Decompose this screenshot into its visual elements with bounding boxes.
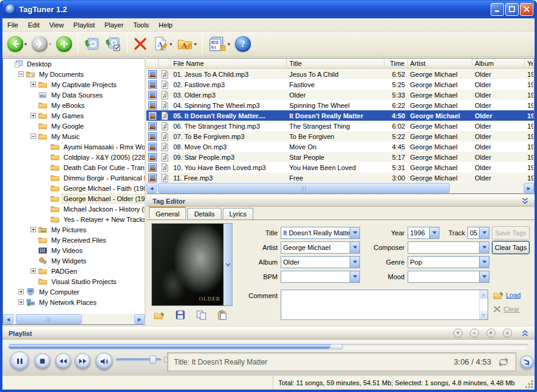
copy-art-icon[interactable]	[196, 310, 207, 320]
tree-expander-icon[interactable]: +	[31, 82, 36, 87]
save-art-icon[interactable]	[176, 310, 186, 320]
column-header-title[interactable]: Title	[287, 59, 384, 68]
tree-item[interactable]: +My Computer	[3, 287, 145, 297]
volume-slider[interactable]	[116, 358, 161, 362]
close-button[interactable]	[520, 3, 533, 16]
tree-expander-icon[interactable]: −	[18, 71, 24, 77]
menu-item-edit[interactable]: Edit	[23, 20, 45, 30]
menu-item-tools[interactable]: Tools	[128, 20, 154, 30]
scroll-down-icon[interactable]: ▼	[480, 311, 488, 319]
tree-scroll-track[interactable]	[13, 314, 134, 324]
repeat-icon[interactable]	[497, 357, 510, 367]
tree-item[interactable]: +My Captivate Projects	[3, 79, 145, 90]
tree-item[interactable]: −My Music	[3, 131, 145, 141]
tree-item[interactable]: −My Documents	[3, 69, 145, 79]
menu-item-view[interactable]: View	[45, 20, 69, 30]
seek-bar[interactable]	[9, 344, 528, 349]
up-button[interactable]	[54, 35, 74, 53]
resize-grip[interactable]	[525, 380, 533, 388]
column-header-artist[interactable]: Artist	[408, 59, 472, 68]
load-selected-button[interactable]	[103, 35, 123, 53]
tab-details[interactable]: Details	[187, 208, 222, 219]
id3-tag-button[interactable]: ID3 II-I ▾	[206, 35, 232, 54]
scroll-up-icon[interactable]: ▲	[480, 290, 488, 299]
minimize-button[interactable]	[491, 3, 504, 16]
tab-general[interactable]: General	[149, 207, 186, 218]
scroll-left-icon[interactable]: ◄	[146, 183, 157, 193]
tree-item[interactable]: +PADGen	[3, 266, 145, 276]
file-row[interactable]: 09. Star People.mp3Star People5:17George…	[146, 152, 534, 162]
tree-horizontal-scrollbar[interactable]: ◄ ►	[3, 314, 145, 324]
file-row[interactable]: 03. Older.mp3Older5:33George MichaelOlde…	[146, 90, 534, 100]
playlist-add-icon[interactable]: +	[453, 329, 463, 338]
bpm-combo[interactable]	[281, 271, 360, 283]
column-header[interactable]	[146, 59, 159, 68]
clear-art-link[interactable]: Clear	[493, 305, 519, 313]
tree-item[interactable]: My Data Sourses	[3, 90, 145, 100]
column-header[interactable]	[159, 59, 171, 68]
tree-item[interactable]: My Google	[3, 121, 145, 131]
tree-expander-icon[interactable]: +	[18, 299, 24, 305]
stop-button[interactable]	[34, 353, 51, 369]
column-header-time[interactable]: Time	[384, 59, 408, 68]
file-row[interactable]: 04. Spinning The Wheel.mp3Spinning The W…	[146, 100, 534, 110]
open-art-icon[interactable]	[154, 310, 165, 320]
album-art-scrollbar[interactable]	[223, 224, 232, 305]
tree-expander-icon[interactable]: +	[31, 227, 36, 232]
load-folder-button[interactable]	[82, 35, 101, 53]
delete-button[interactable]	[131, 35, 150, 52]
tree-expander-icon[interactable]: +	[31, 113, 36, 118]
chevron-down-icon[interactable]	[479, 227, 489, 238]
composer-combo[interactable]	[408, 241, 489, 254]
tree-item[interactable]: +My Games	[3, 110, 145, 121]
chevron-down-icon[interactable]	[479, 271, 489, 282]
scroll-right-icon[interactable]: ►	[524, 183, 534, 193]
help-button[interactable]: ?	[233, 35, 253, 53]
mood-combo[interactable]	[408, 271, 489, 283]
list-horizontal-scrollbar[interactable]: ◄ ►	[146, 183, 534, 193]
list-scroll-thumb[interactable]	[158, 183, 450, 193]
menu-item-player[interactable]: Player	[99, 20, 128, 30]
tree-item[interactable]: Yes - Relayer + New Tracks () (	[3, 214, 145, 224]
file-row[interactable]: 07. To Be Forgiven.mp3To Be Forgiven5:22…	[146, 131, 534, 141]
rename-file-button[interactable]: A ▾	[151, 35, 174, 53]
jump-to-current-button[interactable]	[520, 355, 534, 369]
file-row[interactable]: 10. You Have Been Loved.mp3You Have Been…	[146, 162, 534, 173]
rename-folder-button[interactable]: A ▾	[175, 35, 198, 53]
tree-item[interactable]: Visual Studio Projects	[3, 276, 145, 287]
album-combo[interactable]: Older	[281, 256, 360, 268]
pause-button[interactable]	[10, 351, 29, 371]
chevron-down-icon[interactable]	[429, 227, 439, 238]
collapse-double-up-icon[interactable]	[522, 330, 528, 337]
volume-button[interactable]	[95, 352, 113, 370]
file-row[interactable]: 05. It Doesn't Really Matter....It Doesn…	[146, 110, 534, 121]
comment-scrollbar[interactable]: ▲ ▼	[479, 290, 488, 319]
menu-item-file[interactable]: File	[2, 20, 23, 30]
scroll-right-icon[interactable]: ►	[134, 314, 145, 324]
tree-item[interactable]: Desktop	[3, 59, 145, 69]
chevron-down-icon[interactable]	[350, 227, 359, 238]
genre-combo[interactable]: Pop	[408, 256, 489, 268]
tab-lyrics[interactable]: Lyrics	[223, 208, 253, 219]
file-row[interactable]: 01. Jesus To A Child.mp3Jesus To A Child…	[146, 69, 534, 79]
back-button[interactable]: ▾	[5, 35, 29, 53]
scroll-left-icon[interactable]: ◄	[3, 314, 13, 324]
tree-expander-icon[interactable]: +	[31, 268, 36, 274]
tree-item[interactable]: +My Network Places	[3, 297, 145, 307]
playlist-clear-icon[interactable]: ×	[486, 329, 496, 338]
tree-item[interactable]: My Videos	[3, 245, 145, 255]
list-scroll-track[interactable]	[157, 183, 524, 193]
artist-combo[interactable]: George Michael	[281, 241, 360, 254]
column-header-file-name[interactable]: File Name	[171, 59, 287, 68]
playlist-remove-icon[interactable]: −	[470, 329, 479, 338]
save-tags-button[interactable]: Save Tags	[492, 226, 530, 240]
chevron-down-icon[interactable]	[350, 271, 359, 282]
file-row[interactable]: 06. The Strangest Thing.mp3The Strangest…	[146, 121, 534, 131]
clear-tags-button[interactable]: Clear Tags	[492, 241, 530, 254]
menu-item-playlist[interactable]: Playlist	[68, 20, 99, 30]
year-combo[interactable]: 1996	[408, 227, 439, 239]
file-row[interactable]: 11. Free.mp3Free3:00George MichaelOlder1…	[146, 173, 534, 183]
tree-item[interactable]: Michael Jackson - History (Disc	[3, 204, 145, 214]
load-art-link[interactable]: Load	[493, 291, 521, 299]
forward-button[interactable]: ▾	[30, 35, 53, 53]
